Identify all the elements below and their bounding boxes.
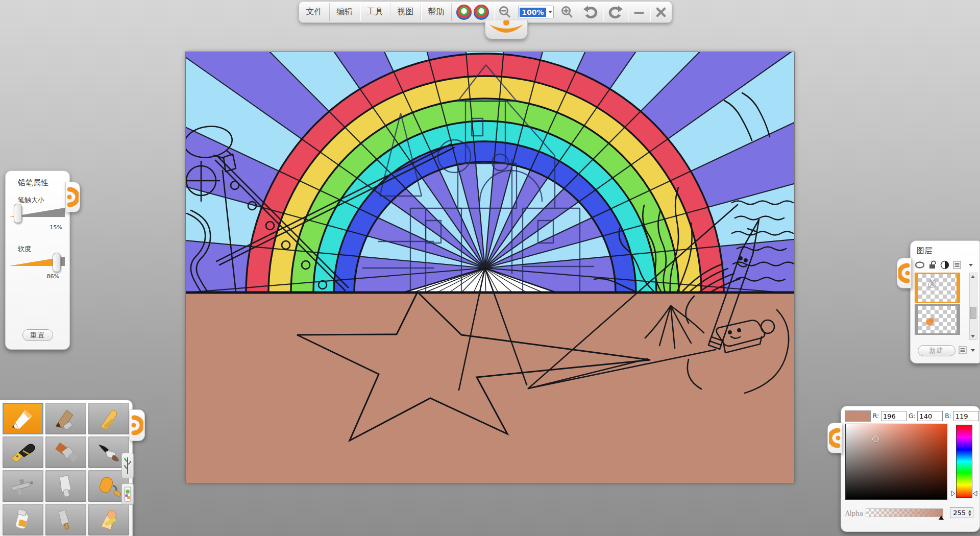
r-input[interactable] <box>881 411 906 421</box>
layer-row-2[interactable] <box>915 304 960 335</box>
orange-crescent-icon <box>67 185 79 209</box>
zoom-out-icon <box>498 6 511 19</box>
alpha-input[interactable] <box>950 508 967 517</box>
menu-help[interactable]: 帮助 <box>421 2 451 22</box>
spinner-up-icon[interactable] <box>968 510 971 513</box>
g-label: G: <box>909 412 915 420</box>
zoom-in-button[interactable] <box>556 2 578 22</box>
sticker-stamp-button[interactable] <box>121 483 134 505</box>
panel-title: 图层 <box>917 246 932 256</box>
saturation-value-square[interactable] <box>845 424 947 500</box>
layer-row-1[interactable] <box>915 273 960 303</box>
up-arrow-icon <box>971 275 975 278</box>
tool-palette-panel <box>0 400 133 536</box>
sticker-icon <box>124 486 131 502</box>
down-arrow-icon <box>971 335 975 338</box>
hue-marker-right-icon[interactable] <box>973 491 977 497</box>
menu-tools[interactable]: 工具 <box>360 2 390 22</box>
scrollbar-thumb[interactable] <box>970 307 976 319</box>
tool-wood-pencil[interactable] <box>45 403 86 434</box>
unlock-icon[interactable] <box>928 260 937 270</box>
zoom-level-value[interactable]: 100% <box>520 8 546 17</box>
tool-spatula[interactable] <box>45 504 86 535</box>
tool-fountain-pen[interactable] <box>3 436 43 468</box>
minimize-button[interactable] <box>628 2 650 22</box>
visibility-ellipse-icon[interactable] <box>915 261 925 269</box>
tool-palette-knife[interactable] <box>45 470 86 502</box>
new-layer-button[interactable]: 新建 <box>918 345 955 356</box>
ground <box>186 293 794 483</box>
scroll-up-button[interactable] <box>970 273 976 280</box>
panel-title: 铅笔属性 <box>18 178 48 188</box>
zoom-out-button[interactable] <box>494 2 516 22</box>
orange-crescent-icon <box>829 426 841 450</box>
clown-eyes-logo <box>452 2 494 22</box>
rgb-row: R: G: B: <box>845 410 979 422</box>
orange-crescent-icon <box>898 261 910 285</box>
layer-menu-icon[interactable] <box>953 261 963 269</box>
color-cursor[interactable] <box>872 435 879 442</box>
minimize-icon <box>633 6 645 18</box>
chevron-down-icon[interactable] <box>548 11 552 13</box>
tool-palette-handle[interactable] <box>130 409 145 441</box>
tool-airbrush[interactable] <box>3 470 43 502</box>
scroll-down-button[interactable] <box>970 333 976 339</box>
chevron-down-icon[interactable] <box>969 264 973 266</box>
tool-crayon[interactable] <box>88 403 129 434</box>
layers-panel-handle[interactable] <box>897 258 912 288</box>
menu-file[interactable]: 文件 <box>299 2 329 22</box>
b-label: B: <box>945 412 951 420</box>
canvas-artwork <box>186 52 794 483</box>
softness-value: 86% <box>47 273 59 280</box>
undo-icon <box>583 5 598 19</box>
r-label: R: <box>873 412 879 420</box>
pencil-panel-handle[interactable] <box>65 182 80 212</box>
alpha-marker[interactable] <box>939 516 944 520</box>
tool-eraser[interactable] <box>88 504 129 535</box>
brush-size-label: 笔触大小 <box>18 196 44 205</box>
pencil-properties-panel: 铅笔属性 笔触大小 15% 软度 86% 重置 <box>5 170 70 350</box>
reset-button[interactable]: 重置 <box>22 329 53 341</box>
hue-bar[interactable] <box>956 425 972 498</box>
main-toolbar: 文件 编辑 工具 视图 帮助 100% <box>299 1 672 23</box>
softness-label: 软度 <box>18 245 31 254</box>
color-picker-handle[interactable] <box>827 423 842 453</box>
alpha-value-box <box>950 507 973 518</box>
layers-panel: 图层 新建 <box>910 240 980 363</box>
zoom-in-icon <box>560 6 574 19</box>
brush-size-thumb[interactable] <box>14 204 22 223</box>
layer-list <box>915 273 967 339</box>
alpha-slider[interactable] <box>866 508 943 517</box>
menu-edit[interactable]: 编辑 <box>330 2 360 22</box>
hue-marker-left-icon[interactable] <box>951 491 955 497</box>
tool-grid <box>3 403 129 535</box>
layer-2-preview <box>918 306 957 333</box>
drawing-canvas[interactable] <box>186 52 794 483</box>
softness-thumb[interactable] <box>53 253 61 272</box>
g-input[interactable] <box>917 411 943 421</box>
layer-toolbar <box>915 260 973 270</box>
spinner-down-icon[interactable] <box>968 514 971 516</box>
color-picker-panel: R: G: B: Alpha <box>841 406 980 532</box>
app-window: 文件 编辑 工具 视图 帮助 100% <box>0 0 980 536</box>
zoom-level-combo[interactable]: 100% <box>518 6 553 18</box>
clown-mascot-tab[interactable] <box>485 20 528 39</box>
clown-mouth-icon <box>485 20 527 39</box>
close-button[interactable] <box>650 2 672 22</box>
redo-button[interactable] <box>603 2 628 22</box>
chevron-down-icon <box>971 349 975 352</box>
layer-menu-icon <box>959 346 969 354</box>
tool-flat-brush[interactable] <box>45 436 86 468</box>
plant-stamp-button[interactable] <box>121 453 134 478</box>
b-input[interactable] <box>953 411 979 421</box>
alpha-spinner[interactable] <box>968 510 971 516</box>
menu-view[interactable]: 视图 <box>390 2 421 22</box>
tool-pencil[interactable] <box>3 403 43 434</box>
opacity-halfmoon-icon[interactable] <box>940 260 949 270</box>
redo-icon <box>608 5 623 19</box>
clown-left-eye-icon <box>456 5 472 20</box>
tool-paint-tube[interactable] <box>3 504 43 535</box>
layer-scrollbar[interactable] <box>969 273 977 340</box>
undo-button[interactable] <box>578 2 603 22</box>
layer-options[interactable] <box>959 346 975 354</box>
